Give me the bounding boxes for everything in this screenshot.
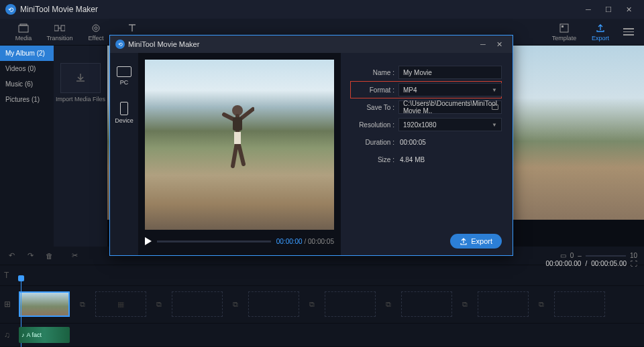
sidebar-item-my-album[interactable]: My Album (2) [0,46,54,61]
empty-clip-slot[interactable] [172,291,223,317]
app-logo-icon: ⟲ [5,4,16,15]
tab-template[interactable]: Template [546,19,582,46]
sidebar-item-pictures[interactable]: Pictures (1) [0,92,54,107]
transition-slot[interactable]: ⧉ [72,297,93,311]
export-dialog: ⟲ MiniTool Movie Maker ─ ✕ PC Device [109,35,513,256]
split-icon[interactable]: ✂ [70,251,79,261]
redo-icon[interactable]: ↷ [25,251,35,261]
tab-transition-label: Transition [46,35,72,42]
tab-export-label: Export [592,35,609,42]
transition-slot[interactable]: ⧉ [149,297,169,311]
empty-clip-slot[interactable] [401,291,452,317]
dialog-body: PC Device 00:00:00 / 00:00:05 [110,53,513,255]
export-button-label: Export [471,237,492,245]
form-row-duration: Duration : 00:00:05 [350,133,502,151]
zoom-slider[interactable] [586,255,626,257]
form-row-name: Name : My Movie [350,64,502,81]
saveto-input[interactable]: C:\Users\b\Documents\MiniTool Movie M.. [398,100,502,114]
phone-icon [120,102,128,115]
sidebar-item-videos[interactable]: Videos (0) [0,61,54,76]
menu-button[interactable] [619,28,639,36]
format-label: Format : [350,86,394,94]
svg-rect-3 [61,25,65,31]
empty-clip-slot[interactable] [248,291,299,317]
saveto-label: Save To : [350,104,394,111]
transition-slot[interactable]: ⧉ [378,297,398,311]
dialog-titlebar: ⟲ MiniTool Movie Maker ─ ✕ [110,36,513,53]
svg-rect-10 [234,132,241,144]
svg-point-5 [95,27,97,29]
size-value: 4.84 MB [398,156,502,163]
dialog-preview-frame [145,60,334,230]
svg-rect-6 [560,24,568,32]
tab-effect[interactable]: Effect [78,19,114,46]
tab-transition[interactable]: Transition [42,19,78,46]
tab-media[interactable]: Media [5,19,42,46]
dialog-logo-icon: ⟲ [115,40,125,49]
svg-rect-1 [20,24,27,25]
resolution-label: Resolution : [350,121,394,129]
empty-clip-slot[interactable] [325,291,376,317]
export-target-device-label: Device [115,117,133,124]
text-track-content[interactable] [19,265,644,285]
dialog-progress-bar[interactable] [157,240,271,242]
transition-slot[interactable]: ⧉ [225,297,246,311]
zoom-fit-icon[interactable]: ▭ [560,252,566,259]
audio-clip-label: A fact [27,332,42,338]
close-button[interactable]: ✕ [619,0,639,19]
upload-icon [460,237,468,245]
duration-label: Duration : [350,139,394,146]
svg-rect-9 [233,117,242,131]
delete-icon[interactable]: 🗑 [44,251,54,261]
maximize-button[interactable]: ☐ [598,0,619,19]
empty-clip-slot[interactable]: ▦ [95,291,146,317]
size-label: Size : [350,156,394,163]
app-title: MiniTool Movie Maker [20,5,578,14]
video-track-icon: ⊞ [4,299,19,309]
import-media-label: Import Media Files [56,96,105,102]
duration-value: 00:00:05 [398,139,502,146]
zoom-max-label: 10 [630,252,637,259]
tab-export[interactable]: Export [582,19,619,46]
empty-clip-slot[interactable] [478,291,529,317]
export-target-pc-label: PC [120,79,129,86]
transition-slot[interactable]: ⧉ [455,297,475,311]
title-bar: ⟲ MiniTool Movie Maker ─ ☐ ✕ [0,0,644,19]
preview-subject [221,102,254,183]
template-icon [559,23,570,33]
export-button[interactable]: Export [450,234,502,249]
video-clip[interactable] [19,291,70,317]
dialog-preview: 00:00:00 / 00:00:05 [138,53,341,255]
resolution-select[interactable]: 1920x1080▼ [398,118,502,131]
zoom-out-icon[interactable]: – [578,252,582,259]
export-target-device[interactable]: Device [115,102,133,124]
svg-rect-2 [54,25,58,31]
sidebar-item-music[interactable]: Music (6) [0,76,54,92]
transition-slot[interactable]: ⧉ [531,297,551,311]
empty-clip-slot[interactable] [554,291,605,317]
name-input[interactable]: My Movie [398,66,502,79]
dialog-title: MiniTool Movie Maker [128,40,475,48]
dialog-minimize-button[interactable]: ─ [475,36,491,52]
text-icon [127,23,138,33]
media-icon [18,23,29,33]
export-icon [595,23,606,33]
video-track-content[interactable]: ⧉ ▦ ⧉ ⧉ ⧉ ⧉ ⧉ ⧉ [19,286,644,323]
form-row-format: Format : MP4▼ [350,81,502,98]
minimize-button[interactable]: ─ [578,0,598,19]
export-form: Name : My Movie Format : MP4▼ Save To : … [341,53,513,255]
dialog-close-button[interactable]: ✕ [491,36,507,52]
play-button[interactable] [145,237,152,245]
audio-track: ♫ ♪A fact [0,324,644,347]
audio-track-content[interactable]: ♪A fact [19,324,644,346]
name-label: Name : [350,69,394,76]
form-row-resolution: Resolution : 1920x1080▼ [350,116,502,133]
svg-rect-0 [19,25,28,32]
transition-slot[interactable]: ⧉ [302,297,322,311]
folder-icon[interactable] [492,105,498,110]
export-target-pc[interactable]: PC [117,66,131,86]
undo-icon[interactable]: ↶ [7,251,16,261]
import-media-button[interactable] [60,63,101,93]
format-select[interactable]: MP4▼ [398,83,502,96]
audio-clip[interactable]: ♪A fact [19,327,70,343]
